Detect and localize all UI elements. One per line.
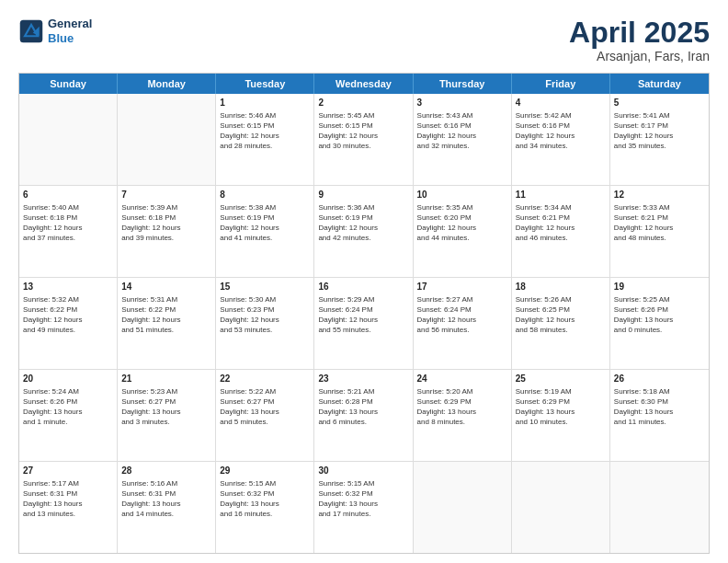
calendar-cell: 19Sunrise: 5:25 AM Sunset: 6:26 PM Dayli… <box>610 278 709 369</box>
calendar: SundayMondayTuesdayWednesdayThursdayFrid… <box>18 73 710 554</box>
day-number: 30 <box>318 465 408 477</box>
calendar-cell: 13Sunrise: 5:32 AM Sunset: 6:22 PM Dayli… <box>19 278 118 369</box>
calendar-cell <box>512 462 610 553</box>
calendar-cell: 4Sunrise: 5:42 AM Sunset: 6:16 PM Daylig… <box>512 94 610 185</box>
calendar-cell <box>414 462 512 553</box>
cell-info: Sunrise: 5:31 AM Sunset: 6:22 PM Dayligh… <box>121 294 211 336</box>
day-number: 6 <box>23 189 113 201</box>
day-number: 1 <box>220 97 310 109</box>
day-number: 19 <box>614 281 705 293</box>
logo-line2: Blue <box>48 31 92 46</box>
logo: General Blue <box>18 17 92 45</box>
day-number: 4 <box>516 97 606 109</box>
calendar-cell: 11Sunrise: 5:34 AM Sunset: 6:21 PM Dayli… <box>512 186 610 277</box>
subtitle: Arsanjan, Fars, Iran <box>569 49 710 63</box>
calendar-row: 20Sunrise: 5:24 AM Sunset: 6:26 PM Dayli… <box>19 370 709 462</box>
day-number: 17 <box>417 281 507 293</box>
calendar-cell: 8Sunrise: 5:38 AM Sunset: 6:19 PM Daylig… <box>216 186 314 277</box>
calendar-header-cell: Monday <box>118 74 216 94</box>
cell-info: Sunrise: 5:15 AM Sunset: 6:32 PM Dayligh… <box>220 478 310 520</box>
day-number: 27 <box>23 465 113 477</box>
cell-info: Sunrise: 5:45 AM Sunset: 6:15 PM Dayligh… <box>318 110 408 152</box>
calendar-cell: 2Sunrise: 5:45 AM Sunset: 6:15 PM Daylig… <box>314 94 413 185</box>
cell-info: Sunrise: 5:38 AM Sunset: 6:19 PM Dayligh… <box>220 202 310 244</box>
calendar-header-cell: Tuesday <box>216 74 314 94</box>
day-number: 7 <box>121 189 211 201</box>
cell-info: Sunrise: 5:27 AM Sunset: 6:24 PM Dayligh… <box>417 294 507 336</box>
cell-info: Sunrise: 5:36 AM Sunset: 6:19 PM Dayligh… <box>318 202 408 244</box>
cell-info: Sunrise: 5:32 AM Sunset: 6:22 PM Dayligh… <box>23 294 113 336</box>
calendar-body: 1Sunrise: 5:46 AM Sunset: 6:15 PM Daylig… <box>19 94 709 553</box>
title-block: April 2025 Arsanjan, Fars, Iran <box>569 17 710 63</box>
cell-info: Sunrise: 5:24 AM Sunset: 6:26 PM Dayligh… <box>23 386 113 428</box>
header: General Blue April 2025 Arsanjan, Fars, … <box>18 17 710 63</box>
cell-info: Sunrise: 5:42 AM Sunset: 6:16 PM Dayligh… <box>516 110 606 152</box>
day-number: 29 <box>220 465 310 477</box>
calendar-cell: 10Sunrise: 5:35 AM Sunset: 6:20 PM Dayli… <box>414 186 512 277</box>
cell-info: Sunrise: 5:39 AM Sunset: 6:18 PM Dayligh… <box>121 202 211 244</box>
calendar-cell: 14Sunrise: 5:31 AM Sunset: 6:22 PM Dayli… <box>118 278 216 369</box>
day-number: 21 <box>121 373 211 385</box>
cell-info: Sunrise: 5:22 AM Sunset: 6:27 PM Dayligh… <box>220 386 310 428</box>
cell-info: Sunrise: 5:21 AM Sunset: 6:28 PM Dayligh… <box>318 386 408 428</box>
cell-info: Sunrise: 5:26 AM Sunset: 6:25 PM Dayligh… <box>516 294 606 336</box>
day-number: 16 <box>318 281 408 293</box>
day-number: 14 <box>121 281 211 293</box>
calendar-cell: 24Sunrise: 5:20 AM Sunset: 6:29 PM Dayli… <box>414 370 512 461</box>
day-number: 8 <box>220 189 310 201</box>
calendar-cell: 18Sunrise: 5:26 AM Sunset: 6:25 PM Dayli… <box>512 278 610 369</box>
calendar-cell: 3Sunrise: 5:43 AM Sunset: 6:16 PM Daylig… <box>414 94 512 185</box>
calendar-cell: 17Sunrise: 5:27 AM Sunset: 6:24 PM Dayli… <box>414 278 512 369</box>
calendar-cell: 6Sunrise: 5:40 AM Sunset: 6:18 PM Daylig… <box>19 186 118 277</box>
calendar-header-cell: Sunday <box>19 74 118 94</box>
calendar-cell: 12Sunrise: 5:33 AM Sunset: 6:21 PM Dayli… <box>610 186 709 277</box>
day-number: 25 <box>516 373 606 385</box>
cell-info: Sunrise: 5:35 AM Sunset: 6:20 PM Dayligh… <box>417 202 507 244</box>
day-number: 24 <box>417 373 507 385</box>
day-number: 11 <box>516 189 606 201</box>
cell-info: Sunrise: 5:18 AM Sunset: 6:30 PM Dayligh… <box>614 386 705 428</box>
page: General Blue April 2025 Arsanjan, Fars, … <box>0 0 728 563</box>
calendar-row: 13Sunrise: 5:32 AM Sunset: 6:22 PM Dayli… <box>19 278 709 370</box>
calendar-row: 1Sunrise: 5:46 AM Sunset: 6:15 PM Daylig… <box>19 94 709 186</box>
calendar-header-cell: Saturday <box>610 74 709 94</box>
calendar-cell: 15Sunrise: 5:30 AM Sunset: 6:23 PM Dayli… <box>216 278 314 369</box>
calendar-cell: 27Sunrise: 5:17 AM Sunset: 6:31 PM Dayli… <box>19 462 118 553</box>
cell-info: Sunrise: 5:40 AM Sunset: 6:18 PM Dayligh… <box>23 202 113 244</box>
calendar-cell: 21Sunrise: 5:23 AM Sunset: 6:27 PM Dayli… <box>118 370 216 461</box>
cell-info: Sunrise: 5:34 AM Sunset: 6:21 PM Dayligh… <box>516 202 606 244</box>
cell-info: Sunrise: 5:23 AM Sunset: 6:27 PM Dayligh… <box>121 386 211 428</box>
calendar-cell: 5Sunrise: 5:41 AM Sunset: 6:17 PM Daylig… <box>610 94 709 185</box>
calendar-cell <box>610 462 709 553</box>
day-number: 12 <box>614 189 705 201</box>
calendar-row: 27Sunrise: 5:17 AM Sunset: 6:31 PM Dayli… <box>19 462 709 553</box>
calendar-cell: 29Sunrise: 5:15 AM Sunset: 6:32 PM Dayli… <box>216 462 314 553</box>
day-number: 28 <box>121 465 211 477</box>
day-number: 15 <box>220 281 310 293</box>
cell-info: Sunrise: 5:17 AM Sunset: 6:31 PM Dayligh… <box>23 478 113 520</box>
calendar-cell: 16Sunrise: 5:29 AM Sunset: 6:24 PM Dayli… <box>314 278 413 369</box>
day-number: 20 <box>23 373 113 385</box>
calendar-cell: 25Sunrise: 5:19 AM Sunset: 6:29 PM Dayli… <box>512 370 610 461</box>
calendar-cell: 30Sunrise: 5:15 AM Sunset: 6:32 PM Dayli… <box>314 462 413 553</box>
calendar-cell <box>118 94 216 185</box>
cell-info: Sunrise: 5:41 AM Sunset: 6:17 PM Dayligh… <box>614 110 705 152</box>
cell-info: Sunrise: 5:29 AM Sunset: 6:24 PM Dayligh… <box>318 294 408 336</box>
day-number: 22 <box>220 373 310 385</box>
cell-info: Sunrise: 5:33 AM Sunset: 6:21 PM Dayligh… <box>614 202 705 244</box>
logo-icon <box>18 18 44 44</box>
calendar-cell: 9Sunrise: 5:36 AM Sunset: 6:19 PM Daylig… <box>314 186 413 277</box>
calendar-header: SundayMondayTuesdayWednesdayThursdayFrid… <box>19 74 709 94</box>
calendar-cell: 23Sunrise: 5:21 AM Sunset: 6:28 PM Dayli… <box>314 370 413 461</box>
day-number: 3 <box>417 97 507 109</box>
logo-line1: General <box>48 17 92 31</box>
calendar-cell: 7Sunrise: 5:39 AM Sunset: 6:18 PM Daylig… <box>118 186 216 277</box>
day-number: 23 <box>318 373 408 385</box>
cell-info: Sunrise: 5:43 AM Sunset: 6:16 PM Dayligh… <box>417 110 507 152</box>
calendar-cell: 1Sunrise: 5:46 AM Sunset: 6:15 PM Daylig… <box>216 94 314 185</box>
day-number: 18 <box>516 281 606 293</box>
day-number: 2 <box>318 97 408 109</box>
cell-info: Sunrise: 5:30 AM Sunset: 6:23 PM Dayligh… <box>220 294 310 336</box>
calendar-cell: 26Sunrise: 5:18 AM Sunset: 6:30 PM Dayli… <box>610 370 709 461</box>
calendar-cell <box>19 94 118 185</box>
